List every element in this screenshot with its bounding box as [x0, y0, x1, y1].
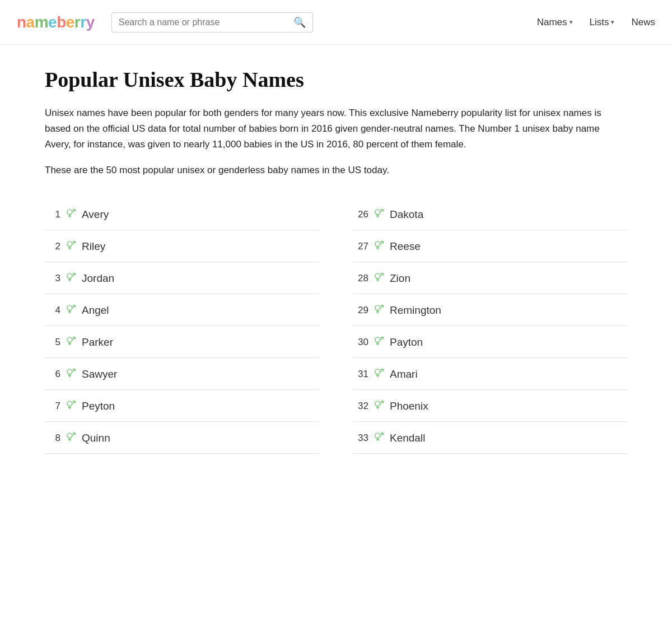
- svg-point-66: [375, 305, 380, 310]
- names-grid: 1Avery2Riley3Jordan4Angel5Parker6Sawyer7…: [45, 198, 627, 454]
- rank-number: 28: [353, 273, 368, 284]
- list-item[interactable]: 8Quinn: [45, 422, 319, 454]
- gender-icon: [66, 368, 76, 380]
- svg-point-78: [375, 369, 380, 374]
- names-chevron-icon: ▾: [570, 18, 573, 26]
- rank-number: 6: [45, 369, 60, 380]
- name-label: Sawyer: [82, 368, 117, 380]
- svg-point-42: [67, 433, 72, 438]
- list-item[interactable]: 33Kendall: [353, 422, 627, 454]
- list-item[interactable]: 28Zion: [353, 262, 627, 294]
- list-item[interactable]: 27Reese: [353, 230, 627, 262]
- gender-icon: [66, 272, 76, 285]
- rank-number: 26: [353, 209, 368, 220]
- name-label: Peyton: [82, 400, 115, 412]
- gender-icon: [374, 432, 384, 444]
- name-label: Remington: [390, 304, 441, 317]
- names-column-right: 26Dakota27Reese28Zion29Remington30Payton…: [353, 198, 627, 454]
- rank-number: 33: [353, 433, 368, 444]
- gender-icon: [374, 336, 384, 349]
- rank-number: 7: [45, 401, 60, 412]
- rank-number: 30: [353, 337, 368, 348]
- name-label: Parker: [82, 336, 113, 349]
- list-item[interactable]: 32Phoenix: [353, 390, 627, 422]
- rank-number: 3: [45, 273, 60, 284]
- gender-icon: [66, 208, 76, 221]
- svg-point-36: [67, 401, 72, 406]
- rank-number: 27: [353, 241, 368, 252]
- list-item[interactable]: 7Peyton: [45, 390, 319, 422]
- rank-number: 4: [45, 305, 60, 316]
- main-content: Popular Unisex Baby Names Unisex names h…: [28, 45, 644, 487]
- lists-chevron-icon: ▾: [611, 18, 614, 26]
- svg-point-72: [375, 337, 380, 342]
- rank-number: 2: [45, 241, 60, 252]
- svg-point-30: [67, 369, 72, 374]
- search-bar: 🔍: [111, 12, 313, 32]
- nav-lists[interactable]: Lists ▾: [590, 17, 615, 28]
- svg-point-18: [67, 305, 72, 310]
- gender-icon: [66, 336, 76, 349]
- name-label: Angel: [82, 304, 109, 317]
- list-item[interactable]: 3Jordan: [45, 262, 319, 294]
- list-item[interactable]: 31Amari: [353, 358, 627, 390]
- list-item[interactable]: 29Remington: [353, 294, 627, 326]
- gender-icon: [66, 400, 76, 412]
- gender-icon: [374, 208, 384, 221]
- svg-point-6: [67, 241, 72, 247]
- gender-icon: [374, 240, 384, 253]
- intro-paragraph-2: These are the 50 most popular unisex or …: [45, 162, 627, 178]
- name-label: Riley: [82, 240, 105, 253]
- svg-point-12: [67, 273, 72, 278]
- name-label: Jordan: [82, 272, 114, 285]
- gender-icon: [374, 272, 384, 285]
- rank-number: 5: [45, 337, 60, 348]
- list-item[interactable]: 4Angel: [45, 294, 319, 326]
- search-input[interactable]: [119, 17, 289, 27]
- name-label: Avery: [82, 208, 109, 221]
- gender-icon: [374, 400, 384, 412]
- rank-number: 29: [353, 305, 368, 316]
- list-item[interactable]: 6Sawyer: [45, 358, 319, 390]
- gender-icon: [374, 304, 384, 317]
- gender-icon: [66, 240, 76, 253]
- name-label: Zion: [390, 272, 410, 285]
- site-logo[interactable]: nameberry: [17, 13, 95, 31]
- name-label: Phoenix: [390, 400, 428, 412]
- rank-number: 31: [353, 369, 368, 380]
- name-label: Kendall: [390, 432, 425, 444]
- site-header: nameberry 🔍 Names ▾ Lists ▾ News: [0, 0, 672, 45]
- names-column-left: 1Avery2Riley3Jordan4Angel5Parker6Sawyer7…: [45, 198, 319, 454]
- intro-paragraph-1: Unisex names have been popular for both …: [45, 105, 627, 152]
- list-item[interactable]: 30Payton: [353, 326, 627, 358]
- search-button[interactable]: 🔍: [293, 16, 306, 29]
- svg-point-24: [67, 337, 72, 342]
- name-label: Dakota: [390, 208, 423, 221]
- name-label: Payton: [390, 336, 423, 349]
- rank-number: 8: [45, 433, 60, 444]
- nav-names[interactable]: Names ▾: [537, 17, 573, 28]
- name-label: Amari: [390, 368, 418, 380]
- gender-icon: [66, 304, 76, 317]
- gender-icon: [66, 432, 76, 444]
- list-item[interactable]: 2Riley: [45, 230, 319, 262]
- svg-point-60: [375, 273, 380, 278]
- svg-point-84: [375, 401, 380, 406]
- name-label: Quinn: [82, 432, 110, 444]
- page-title: Popular Unisex Baby Names: [45, 67, 627, 92]
- svg-point-0: [67, 210, 72, 215]
- name-label: Reese: [390, 240, 421, 253]
- gender-icon: [374, 368, 384, 380]
- main-nav: Names ▾ Lists ▾ News: [537, 17, 655, 28]
- svg-point-90: [375, 433, 380, 438]
- rank-number: 32: [353, 401, 368, 412]
- rank-number: 1: [45, 209, 60, 220]
- list-item[interactable]: 26Dakota: [353, 198, 627, 230]
- svg-point-48: [375, 210, 380, 215]
- list-item[interactable]: 1Avery: [45, 198, 319, 230]
- list-item[interactable]: 5Parker: [45, 326, 319, 358]
- svg-point-54: [375, 241, 380, 247]
- nav-news[interactable]: News: [631, 17, 655, 28]
